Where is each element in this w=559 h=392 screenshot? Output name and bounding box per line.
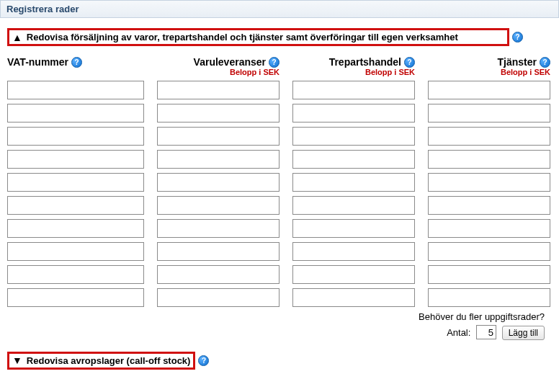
add-rows-prompt: Behöver du fler uppgiftsrader? [7,311,545,322]
vat-input[interactable] [7,196,144,215]
treparts-input[interactable] [292,173,415,192]
table-row [7,81,552,99]
chevron-up-icon: ▲ [12,32,22,43]
col-label-varu: Varuleveranser [194,56,266,68]
tjanster-input[interactable] [428,150,550,169]
col-head-treparts: Trepartshandel ? Belopp i SEK [292,56,415,76]
help-icon[interactable]: ? [512,32,523,43]
table-row [7,127,552,146]
vat-input[interactable] [7,150,144,169]
tjanster-input[interactable] [428,265,550,284]
col-head-tjanster: Tjänster ? Belopp i SEK [428,56,550,76]
vat-input[interactable] [7,81,144,99]
section-calloff-toggle[interactable]: ▼ Redovisa avropslager (call-off stock) [7,352,195,370]
chevron-down-icon: ▼ [12,355,22,365]
table-row [7,219,552,238]
antal-label: Antal: [447,327,470,338]
col-head-vat: VAT-nummer ? [7,56,144,76]
varu-input[interactable] [157,242,280,261]
varu-input[interactable] [157,288,280,307]
vat-input[interactable] [7,219,144,238]
varu-input[interactable] [157,150,280,169]
table-row [7,242,552,261]
tjanster-input[interactable] [428,104,550,122]
treparts-input[interactable] [292,150,415,169]
table-row [7,173,552,192]
table-row [7,288,552,307]
antal-input[interactable] [476,325,496,339]
col-label-treparts: Trepartshandel [329,56,401,68]
vat-input[interactable] [7,173,144,192]
treparts-input[interactable] [292,196,415,215]
table-row [7,196,552,215]
col-sub-tjanster: Belopp i SEK [501,68,550,76]
section-sales-toggle[interactable]: ▲ Redovisa försäljning av varor, trepart… [7,28,509,46]
tjanster-input[interactable] [428,173,550,192]
tjanster-input[interactable] [428,242,550,261]
col-sub-varu: Belopp i SEK [230,68,280,76]
table-row [7,104,552,122]
varu-input[interactable] [157,219,280,238]
section-calloff-label: Redovisa avropslager (call-off stock) [27,355,191,366]
rows-container [7,81,552,307]
col-label-tjanster: Tjänster [498,56,537,68]
varu-input[interactable] [157,173,280,192]
vat-input[interactable] [7,265,144,284]
content-area: ▲ Redovisa försäljning av varor, trepart… [0,18,559,380]
table-row [7,265,552,284]
vat-input[interactable] [7,104,144,122]
tjanster-input[interactable] [428,288,550,307]
treparts-input[interactable] [292,265,415,284]
help-icon[interactable]: ? [269,57,280,68]
vat-input[interactable] [7,242,144,261]
varu-input[interactable] [157,127,280,146]
treparts-input[interactable] [292,219,415,238]
tjanster-input[interactable] [428,127,550,146]
tjanster-input[interactable] [428,196,550,215]
add-rows-block: Behöver du fler uppgiftsrader? Antal: Lä… [7,311,552,340]
add-rows-button[interactable]: Lägg till [502,326,545,340]
treparts-input[interactable] [292,104,415,122]
treparts-input[interactable] [292,81,415,99]
col-head-varu: Varuleveranser ? Belopp i SEK [157,56,280,76]
vat-input[interactable] [7,288,144,307]
tjanster-input[interactable] [428,219,550,238]
panel-header: Registrera rader [0,0,559,18]
section-sales-label: Redovisa försäljning av varor, trepartsh… [27,32,458,43]
column-headers: VAT-nummer ? Varuleveranser ? Belopp i S… [7,56,552,76]
panel-title: Registrera rader [6,4,79,14]
help-icon[interactable]: ? [540,57,550,68]
help-icon[interactable]: ? [198,355,209,366]
col-label-vat: VAT-nummer [7,56,68,68]
col-sub-treparts: Belopp i SEK [365,68,415,76]
varu-input[interactable] [157,81,280,99]
treparts-input[interactable] [292,288,415,307]
varu-input[interactable] [157,196,280,215]
help-icon[interactable]: ? [71,57,82,68]
vat-input[interactable] [7,127,144,146]
varu-input[interactable] [157,265,280,284]
tjanster-input[interactable] [428,81,550,99]
help-icon[interactable]: ? [404,57,415,68]
treparts-input[interactable] [292,242,415,261]
columns-wrap: VAT-nummer ? Varuleveranser ? Belopp i S… [7,56,552,340]
varu-input[interactable] [157,104,280,122]
treparts-input[interactable] [292,127,415,146]
table-row [7,150,552,169]
